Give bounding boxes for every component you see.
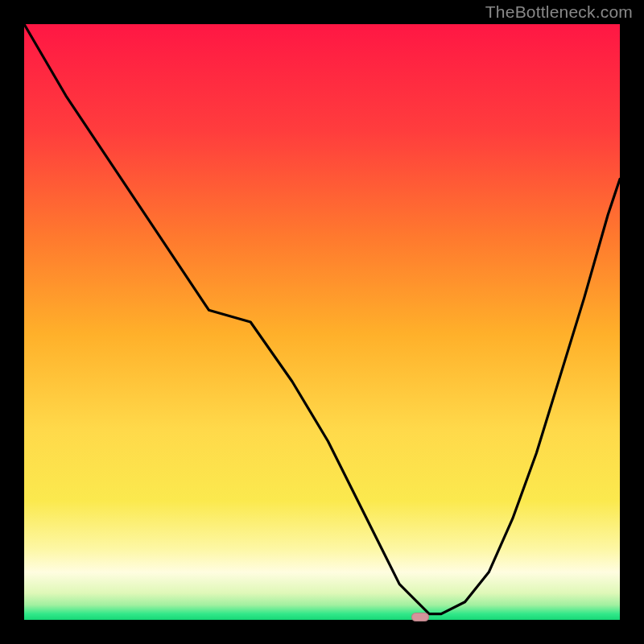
plot-area bbox=[24, 24, 620, 620]
chart-container: TheBottleneck.com bbox=[0, 0, 644, 644]
watermark-text: TheBottleneck.com bbox=[485, 2, 633, 22]
optimal-marker bbox=[411, 613, 429, 621]
bottleneck-curve bbox=[24, 24, 620, 620]
